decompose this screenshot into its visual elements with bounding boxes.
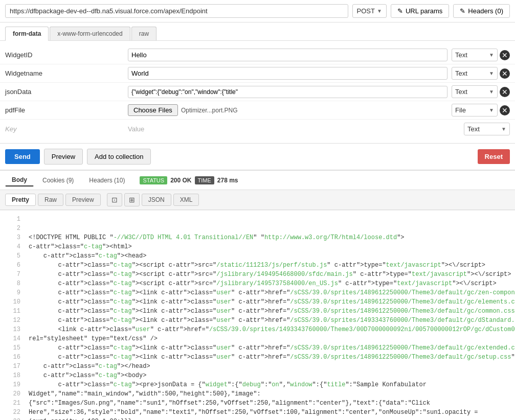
form-row-pdffile: pdfFile Choose Files Optimizer...port.PN… — [0, 101, 515, 120]
line-content: c-attr">class="c-tag"><script c-attr">sr… — [29, 271, 511, 280]
jsondata-input[interactable] — [128, 86, 447, 98]
code-tab-raw[interactable]: Raw — [38, 194, 63, 206]
tab-raw[interactable]: raw — [131, 27, 156, 40]
code-tab-pretty[interactable]: Pretty — [5, 194, 36, 206]
code-tabs: Pretty Raw Preview ⊡ ⊞ JSON XML — [0, 190, 515, 210]
remove-jsondata-button[interactable]: ✕ — [500, 87, 510, 97]
code-area: 123<!DOCTYPE HTML PUBLIC "-//W3C//DTD HT… — [0, 210, 515, 420]
line-number: 20 — [5, 390, 20, 400]
method-arrow-icon: ▼ — [377, 8, 382, 14]
type-arrow-icon-widgetname: ▼ — [489, 71, 494, 76]
line-content: c-attr">class="c-tag"><script c-attr">sr… — [29, 280, 510, 289]
line-content: {"src":"Images/Sun.png","name":"sun1","h… — [29, 400, 510, 409]
line-number: 22 — [5, 409, 20, 418]
type-select-pdffile[interactable]: File ▼ — [452, 104, 498, 116]
tab-cookies[interactable]: Cookies (9) — [36, 174, 80, 186]
type-label-pdffile: File — [455, 106, 466, 114]
action-bar: Send Preview Add to collection Reset — [0, 144, 515, 171]
line-number: 3 — [5, 234, 20, 243]
widgetname-input[interactable] — [128, 67, 447, 80]
line-content: c-attr">class="c-tag"><head> — [29, 252, 510, 262]
field-value-widgetname — [128, 67, 447, 80]
type-arrow-icon-widgetid: ▼ — [489, 52, 494, 58]
type-arrow-icon-jsondata: ▼ — [489, 89, 494, 95]
code-line: 17 c-attr">class="c-tag"></head> — [0, 363, 515, 372]
form-area: WidgetID Text ▼ ✕ Widgetname Text ▼ ✕ js… — [0, 41, 515, 144]
choose-files-button[interactable]: Choose Files — [128, 104, 178, 116]
time-value: 278 ms — [217, 177, 238, 184]
line-number: 21 — [5, 400, 20, 409]
code-line: 1 — [0, 216, 515, 225]
line-content: c-attr">class="c-tag"></head> — [29, 363, 510, 372]
code-line: 7 c-attr">class="c-tag"><script c-attr">… — [0, 271, 515, 280]
tab-form-data[interactable]: form-data — [5, 27, 49, 41]
tab-body[interactable]: Body — [5, 174, 34, 186]
method-select[interactable]: POST ▼ — [352, 4, 387, 18]
remove-pdffile-button[interactable]: ✕ — [500, 105, 510, 115]
line-number: 1 — [5, 216, 20, 225]
status-label: STATUS — [140, 176, 167, 184]
code-line: 14rel="stylesheet" type="text/css" /> — [0, 335, 515, 344]
line-content: rel="stylesheet" type="text/css" /> — [29, 335, 510, 344]
line-number: 8 — [5, 280, 20, 289]
status-badge: STATUS 200 OK TIME 278 ms — [140, 176, 238, 184]
line-content: Widget","name":"main_window","width":500… — [29, 390, 510, 400]
line-number: 14 — [5, 335, 20, 344]
line-number: 17 — [5, 363, 20, 372]
type-select-widgetname[interactable]: Text ▼ — [452, 67, 498, 80]
code-tab-xml[interactable]: XML — [173, 194, 199, 206]
file-area: Choose Files Optimizer...port.PNG — [128, 104, 447, 116]
widgetid-input[interactable] — [128, 49, 447, 61]
send-button[interactable]: Send — [5, 149, 40, 164]
code-line: 9 c-attr">class="c-tag"><link c-attr">cl… — [0, 289, 515, 298]
status-value: 200 OK — [170, 177, 191, 184]
url-bar: POST ▼ ✎ URL params ✎ Headers (0) — [0, 0, 515, 22]
copy-icon-button[interactable]: ⊡ — [107, 193, 122, 206]
headers-edit-icon: ✎ — [460, 7, 465, 15]
url-input[interactable] — [5, 4, 348, 18]
line-content: <link c-attr">class="user" c-attr">href=… — [29, 326, 515, 335]
form-row-widgetid: WidgetID Text ▼ ✕ — [0, 46, 515, 64]
type-select-empty[interactable]: Text ▼ — [464, 123, 510, 135]
code-line: 20Widget","name":"main_window","width":5… — [0, 390, 515, 400]
type-select-widgetid[interactable]: Text ▼ — [452, 49, 498, 61]
type-label-widgetid: Text — [455, 51, 467, 59]
line-content: (sun1.opacity / 100 * 90;}}} — [29, 418, 510, 420]
line-content: c-attr">class="c-tag"><pre>jsonData = {"… — [29, 381, 510, 390]
type-label-widgetname: Text — [455, 69, 467, 77]
reset-button[interactable]: Reset — [478, 149, 510, 164]
remove-widgetname-button[interactable]: ✕ — [500, 68, 510, 79]
type-select-jsondata[interactable]: Text ▼ — [452, 85, 498, 98]
form-row-jsondata: jsonData Text ▼ ✕ — [0, 83, 515, 101]
line-content: <!DOCTYPE HTML PUBLIC "-//W3C//DTD HTML … — [29, 234, 510, 243]
add-collection-button[interactable]: Add to collection — [87, 149, 151, 165]
tab-headers[interactable]: Headers (10) — [82, 174, 131, 186]
line-number: 7 — [5, 271, 20, 280]
type-label-empty: Text — [467, 125, 480, 133]
wrap-icon-button[interactable]: ⊞ — [124, 193, 140, 206]
response-tabs: Body Cookies (9) Headers (10) STATUS 200… — [0, 171, 515, 190]
key-placeholder-label: Key — [5, 125, 128, 133]
line-number: 12 — [5, 317, 20, 326]
code-tab-json[interactable]: JSON — [142, 194, 171, 206]
field-label-jsondata: jsonData — [5, 88, 128, 96]
url-params-label: URL params — [406, 7, 442, 15]
url-params-button[interactable]: ✎ URL params — [391, 4, 449, 18]
line-content: c-attr">class="c-tag"><link c-attr">clas… — [29, 308, 515, 317]
field-value-pdffile: Choose Files Optimizer...port.PNG — [128, 104, 447, 116]
code-tab-preview[interactable]: Preview — [65, 194, 101, 206]
headers-label: Headers (0) — [468, 7, 503, 15]
field-label-pdffile: pdfFile — [5, 106, 128, 114]
headers-button[interactable]: ✎ Headers (0) — [453, 4, 510, 18]
edit-icon: ✎ — [397, 7, 403, 15]
value-placeholder-label: Value — [128, 125, 460, 133]
tab-x-www[interactable]: x-www-form-urlencoded — [50, 27, 130, 40]
line-number: 16 — [5, 354, 20, 363]
line-number: 13 — [5, 326, 20, 335]
line-content: c-attr">class="c-tag"><link c-attr">clas… — [29, 344, 515, 354]
preview-button[interactable]: Preview — [44, 149, 83, 165]
line-number: 15 — [5, 344, 20, 354]
file-name-display: Optimizer...port.PNG — [181, 107, 238, 114]
line-number: 2 — [5, 225, 20, 234]
remove-widgetid-button[interactable]: ✕ — [500, 50, 510, 60]
